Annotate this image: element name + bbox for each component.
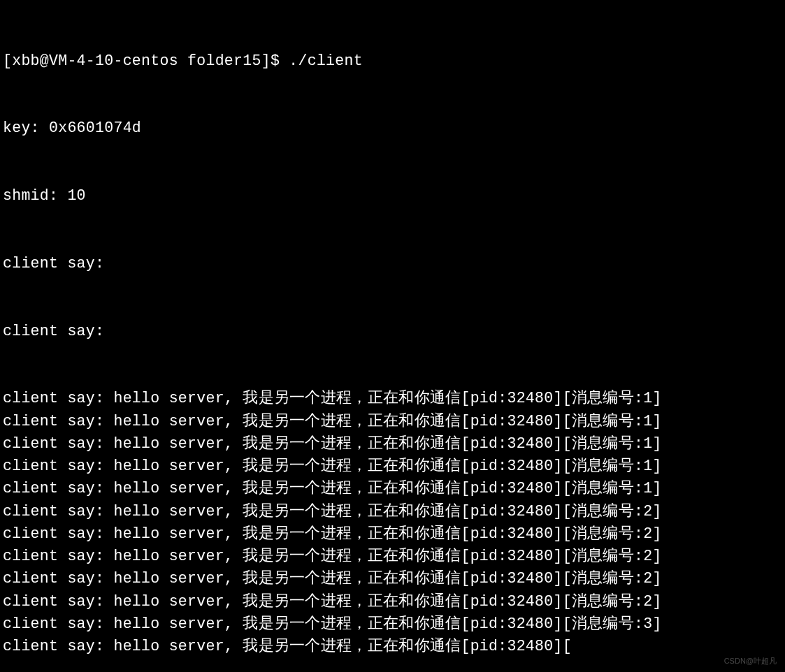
- prompt-folder: folder15: [187, 52, 261, 69]
- output-line: client say:: [3, 252, 785, 275]
- prompt-command: ./client: [289, 52, 363, 69]
- prompt-prefix: [: [3, 52, 12, 69]
- client-message-line: client say: hello server, 我是另一个进程，正在和你通信…: [3, 455, 785, 477]
- client-message-line: client say: hello server, 我是另一个进程，正在和你通信…: [3, 590, 785, 613]
- output-line: shmid: 10: [3, 184, 785, 207]
- prompt-host: VM-4-10-centos: [49, 52, 178, 69]
- client-message-line: client say: hello server, 我是另一个进程，正在和你通信…: [3, 567, 785, 590]
- client-message-line: client say: hello server, 我是另一个进程，正在和你通信…: [3, 477, 785, 499]
- client-message-line: client say: hello server, 我是另一个进程，正在和你通信…: [3, 523, 785, 545]
- client-message-line: client say: hello server, 我是另一个进程，正在和你通信…: [3, 432, 785, 455]
- prompt-line: [xbb@VM-4-10-centos folder15]$ ./client: [3, 50, 785, 72]
- prompt-user: xbb: [12, 52, 40, 69]
- watermark: CSDN@叶超凡: [724, 655, 777, 667]
- terminal-output[interactable]: [xbb@VM-4-10-centos folder15]$ ./client …: [3, 4, 785, 672]
- client-message-line: client say: hello server, 我是另一个进程，正在和你通信…: [3, 500, 785, 523]
- client-message-line: client say: hello server, 我是另一个进程，正在和你通信…: [3, 410, 785, 432]
- output-line: key: 0x6601074d: [3, 117, 785, 139]
- client-message-line: client say: hello server, 我是另一个进程，正在和你通信…: [3, 635, 785, 657]
- client-message-line: client say: hello server, 我是另一个进程，正在和你通信…: [3, 387, 785, 409]
- client-message-line: client say: hello server, 我是另一个进程，正在和你通信…: [3, 613, 785, 635]
- client-message-line: client say: hello server, 我是另一个进程，正在和你通信…: [3, 545, 785, 567]
- output-line: client say:: [3, 320, 785, 342]
